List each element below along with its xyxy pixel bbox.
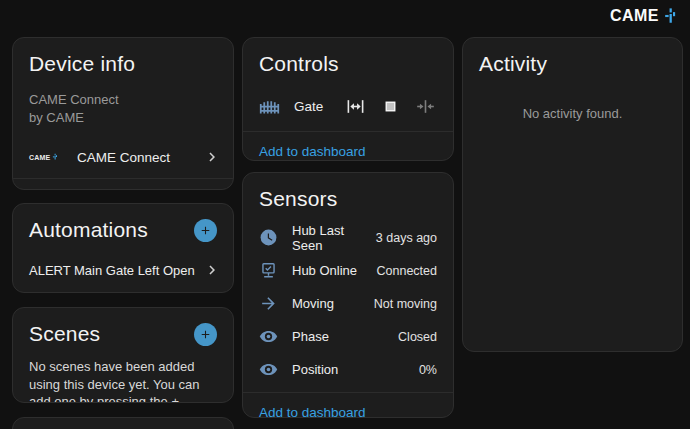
controls-title: Controls	[259, 52, 339, 76]
gate-control-row: Gate	[243, 84, 453, 131]
controls-add-to-dashboard-link[interactable]: Add to dashboard	[243, 132, 453, 161]
activity-empty-text: No activity found.	[463, 106, 682, 121]
partial-card	[12, 417, 234, 429]
sensors-title: Sensors	[259, 187, 337, 211]
sensor-value: Connected	[377, 264, 437, 278]
automations-title: Automations	[29, 218, 148, 242]
device-page: CAME Device info CAME Connect by CAME CA…	[0, 0, 690, 429]
arrow-right-icon	[259, 294, 278, 313]
sensor-label: Position	[292, 362, 405, 377]
sensor-label: Phase	[292, 329, 384, 344]
clock-icon	[259, 228, 278, 247]
integration-name: CAME Connect	[77, 150, 189, 165]
brand-text: CAME	[610, 7, 659, 25]
close-cover-button[interactable]	[416, 97, 435, 116]
cover-buttons	[346, 97, 437, 116]
add-automation-button[interactable]	[194, 219, 217, 242]
sensors-card: Sensors Hub Last Seen 3 days ago Hu	[242, 172, 454, 418]
integration-logo-text: CAME	[29, 154, 50, 161]
came-key-icon	[663, 8, 678, 25]
open-cover-button[interactable]	[346, 97, 365, 116]
activity-card: Activity No activity found.	[462, 37, 683, 352]
device-info-title: Device info	[29, 52, 135, 76]
sensor-label: Hub Last Seen	[292, 223, 362, 253]
stop-cover-button[interactable]	[382, 98, 399, 115]
add-scene-button[interactable]	[194, 323, 217, 346]
page-header: CAME	[0, 0, 690, 32]
chevron-right-icon	[203, 148, 221, 166]
gate-entity-label: Gate	[294, 99, 332, 114]
chevron-right-icon	[203, 261, 221, 279]
sensor-value: Not moving	[374, 297, 437, 311]
device-name: CAME Connect	[29, 92, 217, 108]
sensors-add-to-dashboard-link[interactable]: Add to dashboard	[243, 393, 453, 418]
device-info-card: Device info CAME Connect by CAME CAME CA…	[12, 37, 234, 190]
automation-label: ALERT Main Gate Left Open	[29, 263, 203, 278]
scenes-card: Scenes No scenes have been added using t…	[12, 307, 234, 403]
sensor-row-position[interactable]: Position 0%	[243, 353, 453, 386]
activity-title: Activity	[479, 52, 547, 76]
controls-card: Controls Gate	[242, 37, 454, 161]
monitor-check-icon	[259, 261, 278, 280]
sensor-value: 0%	[419, 363, 437, 377]
sensor-label: Hub Online	[292, 263, 363, 278]
sensor-label: Moving	[292, 296, 360, 311]
gate-icon	[259, 96, 280, 117]
automations-card: Automations ALERT Main Gate Left Open	[12, 203, 234, 293]
scenes-empty-text: No scenes have been added using this dev…	[13, 354, 233, 403]
eye-icon	[259, 360, 278, 379]
sensor-row-phase[interactable]: Phase Closed	[243, 320, 453, 353]
sensor-row-hub-last-seen[interactable]: Hub Last Seen 3 days ago	[243, 221, 453, 254]
eye-icon	[259, 327, 278, 346]
sensors-list: Hub Last Seen 3 days ago Hub Online Conn…	[243, 219, 453, 392]
sensor-row-moving[interactable]: Moving Not moving	[243, 287, 453, 320]
came-integration-logo-icon: CAME	[29, 153, 63, 161]
device-settings-gear-icon[interactable]	[29, 189, 48, 190]
sensor-value: Closed	[398, 330, 437, 344]
automation-list-item[interactable]: ALERT Main Gate Left Open	[13, 250, 233, 290]
integration-row[interactable]: CAME CAME Connect	[13, 136, 233, 178]
came-brand-logo: CAME	[610, 7, 678, 25]
sensor-value: 3 days ago	[376, 231, 437, 245]
device-manufacturer: by CAME	[29, 110, 217, 126]
sensor-row-hub-online[interactable]: Hub Online Connected	[243, 254, 453, 287]
scenes-title: Scenes	[29, 322, 100, 346]
